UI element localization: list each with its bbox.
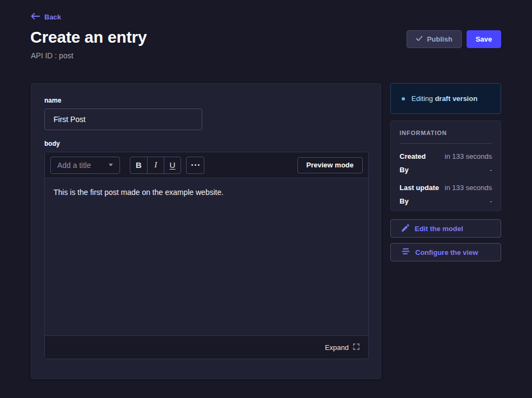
rich-text-editor: Add a title B I U Preview mode: [44, 152, 369, 359]
ellipsis-icon: [191, 164, 200, 166]
info-value: in 133 seconds: [445, 152, 492, 160]
edit-model-button[interactable]: Edit the model: [390, 219, 501, 238]
expand-button[interactable]: Expand: [325, 343, 360, 352]
sidebar: Editing draft version INFORMATION Create…: [390, 83, 501, 261]
name-input[interactable]: [44, 109, 202, 130]
more-options-button[interactable]: [186, 157, 204, 174]
format-button-group: B I U: [130, 157, 181, 174]
information-divider: [400, 143, 492, 144]
entry-form-card: name body Add a title B I U: [31, 83, 381, 379]
bold-button[interactable]: B: [130, 157, 147, 173]
info-value: -: [490, 166, 492, 174]
info-row-created-by: By -: [400, 166, 492, 174]
publish-button[interactable]: Publish: [407, 30, 462, 48]
publish-button-label: Publish: [427, 35, 453, 43]
configure-view-button[interactable]: Configure the view: [390, 243, 501, 261]
info-label: By: [400, 166, 409, 174]
title-style-dropdown[interactable]: Add a title: [50, 157, 120, 174]
info-row-created: Created in 133 seconds: [400, 152, 492, 160]
api-id-subtitle: API ID : post: [31, 51, 74, 60]
info-row-last-update: Last update in 133 seconds: [400, 184, 492, 192]
expand-button-label: Expand: [325, 343, 349, 352]
information-title: INFORMATION: [400, 130, 492, 136]
check-icon: [416, 35, 423, 43]
info-label: Last update: [400, 184, 439, 192]
info-row-updated-by: By -: [400, 197, 492, 205]
information-panel: INFORMATION Created in 133 seconds By - …: [390, 120, 501, 211]
edit-model-label: Edit the model: [415, 225, 463, 233]
italic-button[interactable]: I: [147, 157, 164, 173]
save-button-label: Save: [476, 35, 492, 43]
info-value: in 133 seconds: [445, 184, 492, 192]
draft-status-text: Editing draft version: [411, 95, 477, 103]
draft-status-box: Editing draft version: [390, 83, 501, 114]
back-link[interactable]: Back: [31, 13, 61, 21]
layers-icon: [402, 248, 410, 257]
info-label: By: [400, 197, 409, 205]
save-button[interactable]: Save: [467, 30, 501, 48]
create-entry-page: Back Create an entry API ID : post Publi…: [0, 0, 532, 398]
info-label: Created: [400, 152, 425, 160]
body-field-label: body: [44, 140, 368, 147]
info-value: -: [490, 197, 492, 205]
expand-icon: [353, 343, 360, 352]
title-style-dropdown-label: Add a title: [57, 161, 91, 170]
information-rows: Created in 133 seconds By - Last update …: [400, 152, 492, 205]
name-field-label: name: [44, 97, 368, 104]
preview-mode-button[interactable]: Preview mode: [297, 157, 363, 173]
draft-status-emphasis: draft version: [435, 95, 477, 103]
chevron-down-icon: [109, 164, 113, 166]
underline-button[interactable]: U: [164, 157, 181, 173]
editor-toolbar: Add a title B I U Preview mode: [45, 152, 368, 178]
editor-content[interactable]: This is the first post made on the examp…: [45, 178, 368, 335]
pencil-icon: [402, 224, 409, 233]
arrow-left-icon: [31, 13, 40, 21]
editor-footer: Expand: [45, 335, 368, 359]
configure-view-label: Configure the view: [415, 248, 478, 257]
draft-status-prefix: Editing: [411, 95, 433, 103]
header-actions: Publish Save: [407, 30, 501, 48]
back-label: Back: [44, 13, 61, 21]
dot-icon: [402, 97, 405, 100]
body-field: body Add a title B I U: [44, 140, 368, 359]
page-title: Create an entry: [30, 28, 147, 46]
editor-paragraph: This is the first post made on the examp…: [54, 187, 360, 198]
